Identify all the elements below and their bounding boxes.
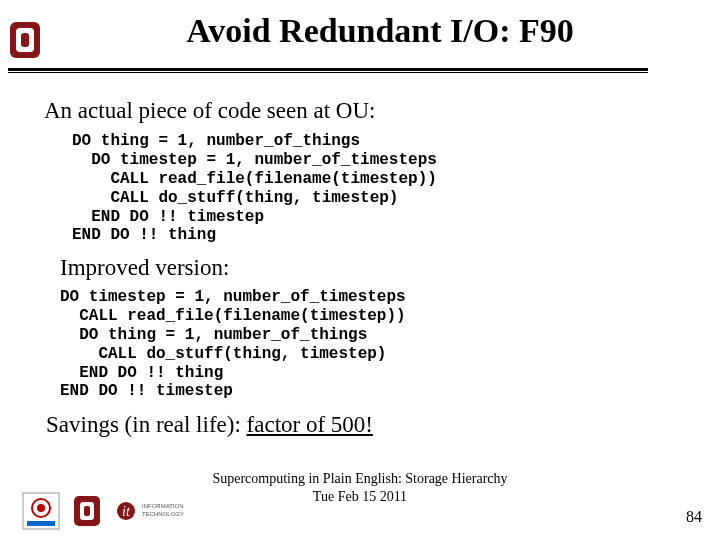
title-divider	[8, 68, 648, 73]
code-block-original: DO thing = 1, number_of_things DO timest…	[72, 132, 437, 245]
footer-line-1: Supercomputing in Plain English: Storage…	[212, 471, 507, 486]
svg-text:TECHNOLOGY: TECHNOLOGY	[142, 511, 184, 517]
slide-title: Avoid Redundant I/O: F90	[60, 12, 700, 50]
footer-text: Supercomputing in Plain English: Storage…	[0, 470, 720, 505]
page-number: 84	[686, 508, 702, 526]
savings-prefix: Savings (in real life):	[46, 412, 247, 437]
svg-text:it: it	[122, 504, 131, 519]
svg-rect-9	[84, 506, 90, 516]
savings-line: Savings (in real life): factor of 500!	[46, 412, 373, 438]
svg-rect-6	[27, 521, 55, 526]
code-block-improved: DO timestep = 1, number_of_timesteps CAL…	[60, 288, 406, 401]
intro-text: An actual piece of code seen at OU:	[44, 98, 375, 124]
svg-point-5	[37, 504, 45, 512]
improved-label: Improved version:	[60, 255, 229, 281]
slide: Avoid Redundant I/O: F90 An actual piece…	[0, 0, 720, 540]
ou-logo-icon	[8, 20, 42, 60]
savings-factor: factor of 500!	[247, 412, 373, 437]
svg-rect-2	[21, 33, 29, 47]
footer-line-2: Tue Feb 15 2011	[313, 489, 407, 504]
